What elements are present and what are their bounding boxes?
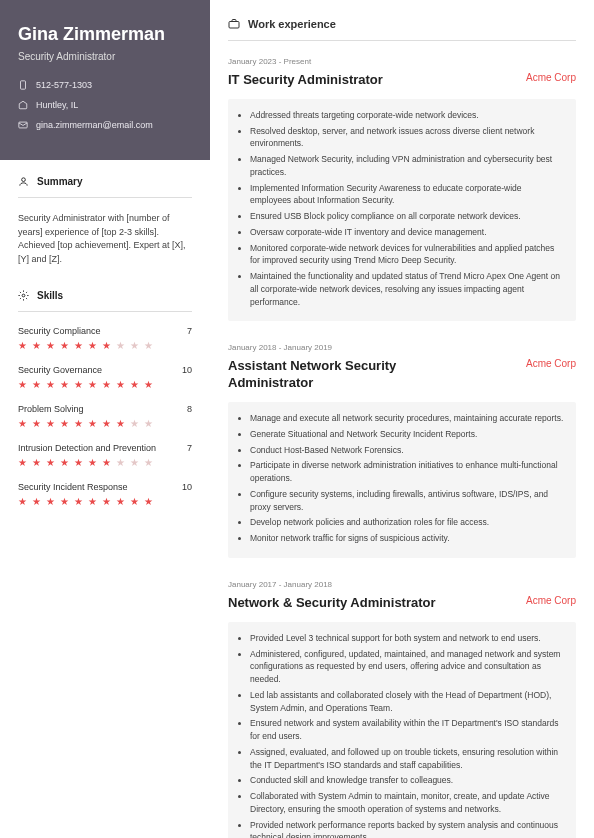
job-bullet: Provided Level 3 technical support for b… (250, 632, 564, 645)
job-title: Assistant Network Security Administrator (228, 358, 458, 392)
star-icon: ★ (116, 457, 125, 468)
job-bullet: Ensured USB Block policy compliance on a… (250, 210, 564, 223)
star-icon: ★ (74, 457, 83, 468)
star-icon: ★ (130, 340, 139, 351)
job-company: Acme Corp (526, 595, 576, 606)
skill-stars: ★★★★★★★★★★ (18, 457, 192, 468)
contact-phone: 512-577-1303 (18, 80, 192, 90)
contact-location: Huntley, IL (18, 100, 192, 110)
star-icon: ★ (102, 457, 111, 468)
summary-text: Security Administrator with [number of y… (18, 212, 192, 266)
job-bullet: Generate Situational and Network Securit… (250, 428, 564, 441)
skill-rating: 7 (187, 326, 192, 336)
star-icon: ★ (116, 496, 125, 507)
job-bullet: Addressed threats targeting corporate-wi… (250, 109, 564, 122)
resume-page: Gina Zimmerman Security Administrator 51… (0, 0, 594, 838)
skill-stars: ★★★★★★★★★★ (18, 340, 192, 351)
job-bullet: Manage and execute all network security … (250, 412, 564, 425)
star-icon: ★ (144, 418, 153, 429)
job-bullet: Ensured network and system availability … (250, 717, 564, 743)
job-bullets: Addressed threats targeting corporate-wi… (228, 99, 576, 322)
star-icon: ★ (46, 340, 55, 351)
star-icon: ★ (102, 340, 111, 351)
job-bullet: Administered, configured, updated, maint… (250, 648, 564, 686)
job-bullets: Provided Level 3 technical support for b… (228, 622, 576, 838)
work-header: Work experience (228, 18, 576, 30)
skill-name: Problem Solving (18, 404, 84, 414)
skill-name: Intrusion Detection and Prevention (18, 443, 156, 453)
star-icon: ★ (74, 379, 83, 390)
location-text: Huntley, IL (36, 100, 78, 110)
star-icon: ★ (32, 418, 41, 429)
star-icon: ★ (18, 379, 27, 390)
job-bullet: Led lab assistants and collaborated clos… (250, 689, 564, 715)
star-icon: ★ (88, 379, 97, 390)
star-icon: ★ (18, 418, 27, 429)
job-bullet: Conducted skill and knowledge transfer t… (250, 774, 564, 787)
star-icon: ★ (130, 457, 139, 468)
star-icon: ★ (18, 457, 27, 468)
star-icon: ★ (32, 457, 41, 468)
skill-item: Intrusion Detection and Prevention7★★★★★… (18, 443, 192, 468)
skill-item: Security Incident Response10★★★★★★★★★★ (18, 482, 192, 507)
job-dates: January 2023 - Present (228, 57, 576, 66)
skill-rating: 7 (187, 443, 192, 453)
star-icon: ★ (88, 496, 97, 507)
star-icon: ★ (88, 457, 97, 468)
star-icon: ★ (32, 496, 41, 507)
job-bullet: Monitored corporate-wide network devices… (250, 242, 564, 268)
email-icon (18, 120, 28, 130)
briefcase-icon (228, 18, 240, 30)
left-column: Gina Zimmerman Security Administrator 51… (0, 0, 210, 838)
skill-item: Security Governance10★★★★★★★★★★ (18, 365, 192, 390)
phone-icon (18, 80, 28, 90)
job-bullet: Develop network policies and authorizati… (250, 516, 564, 529)
job-company: Acme Corp (526, 72, 576, 83)
job-dates: January 2018 - January 2019 (228, 343, 576, 352)
job-bullet: Resolved desktop, server, and network is… (250, 125, 564, 151)
skill-stars: ★★★★★★★★★★ (18, 496, 192, 507)
star-icon: ★ (102, 418, 111, 429)
job-dates: January 2017 - January 2018 (228, 580, 576, 589)
star-icon: ★ (130, 496, 139, 507)
skills-label: Skills (37, 290, 63, 301)
star-icon: ★ (32, 379, 41, 390)
svg-point-3 (22, 294, 25, 297)
job-title: Network & Security Administrator (228, 595, 436, 612)
star-icon: ★ (144, 496, 153, 507)
job-bullets: Manage and execute all network security … (228, 402, 576, 558)
svg-rect-0 (21, 81, 26, 89)
divider (18, 197, 192, 198)
star-icon: ★ (46, 457, 55, 468)
skill-stars: ★★★★★★★★★★ (18, 379, 192, 390)
job-bullet: Collaborated with System Admin to mainta… (250, 790, 564, 816)
phone-text: 512-577-1303 (36, 80, 92, 90)
skill-name: Security Compliance (18, 326, 101, 336)
star-icon: ★ (60, 379, 69, 390)
star-icon: ★ (74, 340, 83, 351)
star-icon: ★ (46, 496, 55, 507)
skill-rating: 10 (182, 365, 192, 375)
job-bullet: Configure security systems, including fi… (250, 488, 564, 514)
job-bullet: Maintained the functionality and updated… (250, 270, 564, 308)
star-icon: ★ (74, 496, 83, 507)
job-bullet: Oversaw corporate-wide IT inventory and … (250, 226, 564, 239)
summary-label: Summary (37, 176, 83, 187)
right-column: Work experience January 2023 - PresentIT… (210, 0, 594, 838)
star-icon: ★ (60, 340, 69, 351)
job-company: Acme Corp (526, 358, 576, 369)
star-icon: ★ (144, 379, 153, 390)
star-icon: ★ (18, 340, 27, 351)
job-bullet: Provided network performance reports bac… (250, 819, 564, 838)
summary-header: Summary (18, 176, 192, 187)
skill-item: Problem Solving8★★★★★★★★★★ (18, 404, 192, 429)
star-icon: ★ (144, 340, 153, 351)
star-icon: ★ (88, 418, 97, 429)
skill-rating: 8 (187, 404, 192, 414)
job-bullet: Implemented Information Security Awarene… (250, 182, 564, 208)
location-icon (18, 100, 28, 110)
divider (18, 311, 192, 312)
skill-stars: ★★★★★★★★★★ (18, 418, 192, 429)
star-icon: ★ (74, 418, 83, 429)
star-icon: ★ (116, 379, 125, 390)
